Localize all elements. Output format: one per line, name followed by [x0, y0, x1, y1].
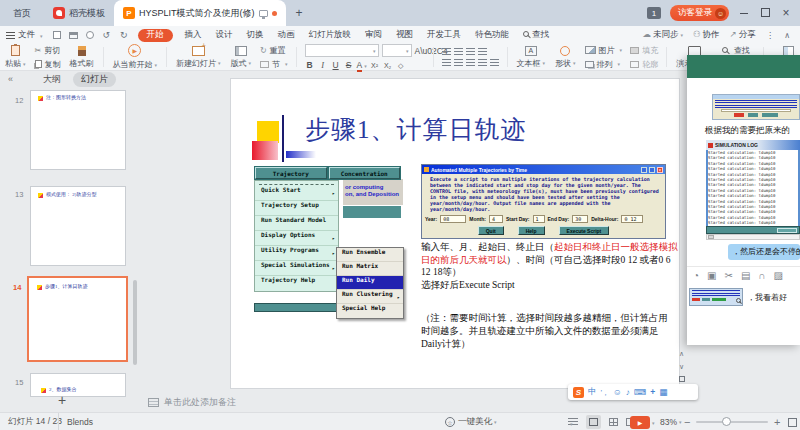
copy-button[interactable]: 复制 — [35, 59, 61, 70]
sogou-logo-icon[interactable]: S — [573, 387, 584, 398]
chat-input-attachment-thumbnail[interactable] — [689, 288, 743, 306]
present-mode-icon[interactable] — [259, 10, 268, 17]
sidebar-scrollbar[interactable] — [133, 280, 137, 365]
scissors-icon[interactable] — [725, 270, 733, 281]
paste-button[interactable]: 粘贴 — [0, 45, 31, 69]
reset-button[interactable]: 重置 — [260, 45, 288, 56]
ime-punctuation-icon[interactable] — [601, 387, 610, 398]
find-button[interactable]: 查找 — [722, 45, 755, 56]
slide-sorter-view-icon[interactable] — [609, 418, 618, 426]
tab-current-document[interactable]: P HYSPLIT模式简介及使用(修) — [114, 0, 286, 26]
zoom-level[interactable]: 83% — [660, 413, 682, 430]
numbering-icon[interactable] — [454, 48, 463, 56]
decrease-indent-icon[interactable] — [466, 48, 475, 56]
ribbon-tab-slideshow[interactable]: 幻灯片放映 — [302, 29, 359, 41]
zoom-in-button[interactable]: + — [774, 413, 780, 430]
maximize-button[interactable] — [759, 8, 771, 19]
chat-window-header[interactable] — [687, 55, 800, 78]
print-preview-icon[interactable] — [86, 31, 94, 39]
ribbon-tab-transition[interactable]: 切换 — [240, 29, 271, 41]
normal-view-icon[interactable] — [586, 415, 601, 429]
ime-emoji-icon[interactable] — [613, 387, 622, 397]
ribbon-tab-insert[interactable]: 插入 — [178, 29, 209, 41]
screenshot-icon[interactable] — [707, 270, 716, 281]
previous-slide-scroll-icon[interactable]: ∧ — [679, 350, 684, 358]
subscript-button[interactable] — [383, 60, 393, 70]
slide-canvas[interactable]: 步骤1、计算日轨迹 or computing on, and Depositio… — [230, 78, 680, 389]
image-icon[interactable] — [774, 270, 783, 281]
cut-button[interactable]: 剪切 — [35, 45, 61, 56]
collapse-sidebar-button[interactable]: « — [0, 74, 21, 84]
play-from-current-button[interactable]: 从当前开始 — [108, 44, 163, 70]
beautify-button[interactable]: 一键美化 — [445, 413, 497, 430]
align-center-icon[interactable] — [454, 59, 463, 67]
zoom-slider-knob[interactable] — [722, 417, 731, 426]
ime-keyboard-icon[interactable] — [634, 387, 646, 397]
tab-home[interactable]: 首页 — [0, 7, 44, 20]
minimize-button[interactable] — [738, 8, 750, 18]
file-menu[interactable]: 文件 — [0, 29, 49, 41]
collaborate-button[interactable]: 协作 — [693, 29, 720, 41]
new-tab-button[interactable]: + — [286, 6, 313, 20]
tab-outline[interactable]: 大纲 — [43, 73, 61, 86]
fill-button[interactable]: 填充 — [630, 45, 658, 56]
headset-icon[interactable] — [758, 270, 765, 281]
guest-login-button[interactable]: 访客登录 — [670, 5, 729, 21]
theme-name[interactable]: Blends — [58, 413, 93, 430]
ribbon-tab-design[interactable]: 设计 — [209, 29, 240, 41]
ime-skin-icon[interactable] — [650, 387, 655, 397]
tab-docer-templates[interactable]: 稻壳模板 — [44, 0, 114, 26]
slide-thumbnail-13[interactable]: 模式使用： 2)轨迹分型 — [30, 186, 126, 266]
bullets-icon[interactable] — [442, 48, 451, 56]
slide-note-text[interactable]: （注：需要时间计算，选择时间段越多越精细，但计算占用时间越多。并且轨迹建立中所输… — [421, 312, 675, 351]
superscript-button[interactable] — [370, 60, 380, 70]
align-left-icon[interactable] — [442, 59, 451, 67]
share-button[interactable]: 分享 — [730, 29, 756, 41]
strikethrough-button[interactable] — [344, 60, 354, 70]
textbox-button[interactable]: 文本框 — [512, 46, 551, 69]
sync-status[interactable]: 未同步 — [642, 29, 683, 41]
tab-slides[interactable]: 幻灯片 — [73, 72, 116, 87]
section-button[interactable]: 节 — [260, 59, 288, 70]
text-effects-button[interactable] — [396, 60, 406, 70]
collapse-ribbon-icon[interactable] — [784, 30, 790, 40]
format-painter-button[interactable]: 格式刷 — [65, 46, 99, 69]
print-icon[interactable] — [69, 32, 78, 39]
font-size-select[interactable] — [382, 44, 412, 57]
ime-voice-icon[interactable] — [626, 387, 630, 397]
scroll-grip-icon[interactable] — [679, 376, 685, 382]
increase-indent-icon[interactable] — [478, 48, 487, 56]
increase-font-icon[interactable]: A\u02C4 — [415, 46, 425, 56]
slide-thumbnail-14-selected[interactable]: 步骤1、计算日轨迹 — [27, 276, 128, 362]
new-slide-button[interactable]: 新建幻灯片 — [171, 46, 226, 69]
underline-button[interactable] — [331, 60, 341, 70]
notes-placeholder[interactable]: 单击此处添加备注 — [148, 396, 236, 409]
ribbon-tab-animation[interactable]: 动画 — [271, 29, 302, 41]
window-count-badge[interactable]: 1 — [647, 7, 661, 19]
file-icon[interactable] — [741, 270, 750, 281]
emoji-icon[interactable] — [693, 270, 699, 281]
find-menu[interactable]: 查找 — [516, 29, 556, 41]
save-icon[interactable] — [53, 31, 61, 39]
font-color-button[interactable] — [357, 60, 367, 70]
ribbon-tab-review[interactable]: 审阅 — [358, 29, 389, 41]
chat-image-simulation-log[interactable]: SIMULATION LOG Started calculation: tdum… — [706, 140, 800, 240]
ribbon-tab-home[interactable]: 开始 — [138, 29, 173, 42]
more-menu-icon[interactable] — [766, 30, 775, 40]
ribbon-tab-view[interactable]: 视图 — [389, 29, 420, 41]
picture-button[interactable]: 图片 — [585, 45, 623, 56]
notes-view-icon[interactable] — [568, 418, 578, 426]
arrange-button[interactable]: 排列 — [585, 59, 623, 70]
slide-thumbnail-15[interactable]: 2、数据集合 — [30, 373, 126, 397]
ribbon-tab-features[interactable]: 特色功能 — [468, 29, 516, 41]
slide-body-text[interactable]: 输入年、月、起始日、终止日（起始日和终止日一般选择模拟日的前后几天就可以）、时间… — [421, 241, 679, 291]
justify-icon[interactable] — [478, 59, 487, 67]
zoom-slider[interactable] — [696, 413, 768, 430]
ribbon-tab-developer[interactable]: 开发工具 — [420, 29, 468, 41]
undo-icon[interactable] — [98, 30, 116, 40]
close-button[interactable] — [780, 6, 792, 20]
fit-to-window-button[interactable] — [788, 413, 797, 430]
ime-toolbox-icon[interactable] — [659, 387, 667, 397]
dialog-screenshot[interactable]: Automated Multiple Trajectories by Time … — [421, 164, 666, 239]
italic-button[interactable] — [318, 60, 328, 70]
